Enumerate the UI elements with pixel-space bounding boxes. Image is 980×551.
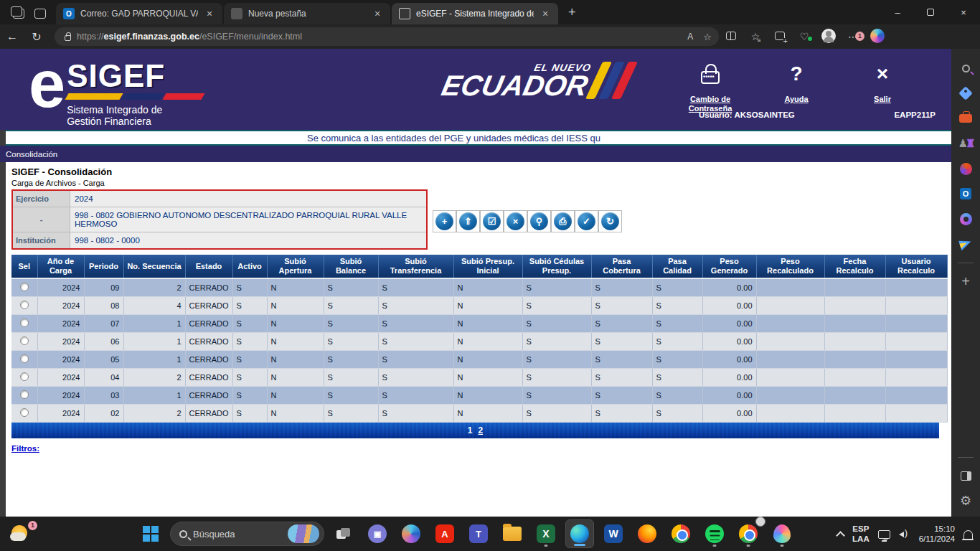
refresh-button[interactable]: ↻: [24, 30, 49, 44]
header-action-help[interactable]: ?Ayuda: [763, 57, 829, 113]
running-indicator: [747, 545, 750, 547]
new-tab-button[interactable]: +: [560, 5, 585, 24]
favorites-icon[interactable]: ☆≡: [743, 31, 768, 42]
browser-essentials-icon[interactable]: ♡: [792, 31, 816, 42]
widgets-weather-icon[interactable]: 1: [10, 522, 36, 545]
tray-chevron-icon[interactable]: [836, 531, 845, 540]
validate-button[interactable]: ☑: [480, 210, 504, 232]
row-radio-button[interactable]: [20, 319, 29, 327]
cell: S: [591, 296, 652, 314]
upload-button[interactable]: ⇑: [456, 210, 480, 232]
table-row: 2024061CERRADOSNSSNSSS0.00: [11, 332, 947, 350]
profile-avatar[interactable]: [816, 29, 841, 45]
print-button[interactable]: ⎙: [551, 210, 575, 232]
favorite-star-icon[interactable]: ☆: [703, 32, 712, 42]
lock-glyph: [701, 71, 720, 84]
browser-tab[interactable]: Nueva pestaña×: [224, 3, 390, 24]
back-button[interactable]: ←: [0, 30, 24, 43]
start-button[interactable]: [136, 519, 165, 548]
browser-tab[interactable]: OCorreo: GAD PARROQUIAL VALLE×: [56, 3, 222, 24]
filters-link[interactable]: Filtros:: [11, 444, 39, 453]
tab-close-icon[interactable]: ×: [204, 8, 215, 19]
sidebar-outlook-icon[interactable]: O: [956, 184, 975, 203]
browser-tab[interactable]: eSIGEF - Sistema Integrado de G×: [392, 3, 558, 24]
create-button[interactable]: +: [433, 210, 456, 232]
split-screen-icon[interactable]: [719, 31, 743, 42]
nuevo-ecuador-logo: EL NUEVO ECUADOR: [439, 62, 636, 99]
delete-button[interactable]: ×: [504, 210, 527, 232]
header-action-password[interactable]: Cambio de Contraseña: [677, 57, 743, 113]
taskbar-search[interactable]: Búsqueda: [170, 522, 324, 546]
approve-button[interactable]: ✓: [575, 210, 598, 232]
taskbar-app-acrobat[interactable]: A: [430, 519, 459, 548]
taskbar-app-spotify[interactable]: [700, 519, 729, 548]
taskbar-app-word[interactable]: W: [599, 519, 628, 548]
taskbar-app-teams[interactable]: T: [464, 519, 493, 548]
upload-icon: ⇑: [459, 212, 477, 230]
row-radio-button[interactable]: [20, 301, 29, 309]
cell: S: [591, 368, 652, 386]
row-radio-button[interactable]: [20, 390, 29, 399]
header-action-exit[interactable]: ×Salir: [849, 57, 915, 113]
sidebar-games-icon[interactable]: ♟♜: [956, 134, 975, 153]
sidebar-add-icon[interactable]: +: [956, 272, 975, 291]
search-highlight-image[interactable]: [288, 524, 319, 543]
workspaces-icon[interactable]: [34, 9, 46, 19]
taskbar-app-chrome[interactable]: [666, 519, 695, 548]
taskbar-app-excel[interactable]: X: [532, 519, 560, 548]
page-link[interactable]: 2: [479, 425, 484, 435]
tray-network-icon[interactable]: [878, 530, 890, 539]
taskbar-app-edge[interactable]: [565, 519, 594, 548]
taskbar-app-explorer[interactable]: [498, 519, 527, 548]
sidebar-panel-icon[interactable]: [956, 466, 975, 485]
column-header: Pasa Calidad: [652, 255, 702, 278]
running-indicator: [713, 545, 717, 547]
tray-volume-icon[interactable]: [899, 529, 910, 539]
tab-close-icon[interactable]: ×: [372, 8, 383, 19]
tray-clock[interactable]: 15:106/11/2024: [919, 524, 955, 544]
sidebar-divider: [958, 263, 974, 263]
task-view-button[interactable]: [329, 519, 358, 548]
taskbar-app-chat[interactable]: ▣: [363, 519, 392, 548]
address-bar[interactable]: https://esigef.finanzas.gob.ec/eSIGEF/me…: [55, 27, 719, 46]
detail-button[interactable]: ⚲: [527, 210, 551, 232]
tray-notifications-icon[interactable]: [963, 530, 973, 539]
taskbar-app-copilot[interactable]: [397, 519, 425, 548]
row-radio-button[interactable]: [20, 372, 29, 381]
form-row: Ejercicio2024: [13, 191, 426, 207]
row-radio-button[interactable]: [20, 283, 29, 291]
taskbar-app-paint[interactable]: [768, 519, 796, 548]
tab-close-icon[interactable]: ×: [540, 8, 551, 19]
row-radio-button[interactable]: [20, 408, 29, 417]
taskbar-app-firefox[interactable]: [633, 519, 661, 548]
sidebar-tools-icon[interactable]: [956, 109, 975, 128]
collections-icon[interactable]: [768, 31, 792, 42]
cell: N: [267, 350, 324, 368]
sidebar-designer-icon[interactable]: [956, 209, 975, 228]
cell: N: [453, 296, 522, 314]
sidebar-drop-icon[interactable]: [956, 235, 975, 253]
row-radio-button[interactable]: [20, 336, 29, 345]
maximize-button[interactable]: [914, 0, 947, 24]
more-menu-icon[interactable]: ⋯1: [841, 31, 865, 42]
close-button[interactable]: ×: [947, 0, 980, 24]
menu-consolidacion[interactable]: Consolidación: [6, 150, 57, 159]
row-radio-button[interactable]: [20, 354, 29, 363]
copilot-icon[interactable]: [865, 29, 890, 45]
sidebar-settings-icon[interactable]: ⚙: [956, 491, 975, 510]
cell: 2: [123, 368, 185, 386]
cell: [756, 386, 824, 404]
read-aloud-icon[interactable]: A: [687, 32, 693, 42]
sidebar-m365-icon[interactable]: [956, 159, 975, 178]
recalculate-button[interactable]: ↻: [598, 210, 622, 232]
taskbar-app-chrome-profile[interactable]: [734, 519, 763, 548]
tray-language[interactable]: ESPLAA: [852, 524, 870, 544]
sidebar-shopping-icon[interactable]: [956, 84, 975, 103]
cell: 2024: [37, 314, 84, 332]
sidebar-search-icon[interactable]: [956, 59, 975, 77]
tab-actions-icon[interactable]: [13, 9, 24, 19]
column-header: Subió Presup. Inicial: [453, 255, 522, 278]
minimize-button[interactable]: –: [881, 0, 914, 24]
cell: S: [591, 332, 652, 350]
password-icon: [694, 57, 727, 90]
